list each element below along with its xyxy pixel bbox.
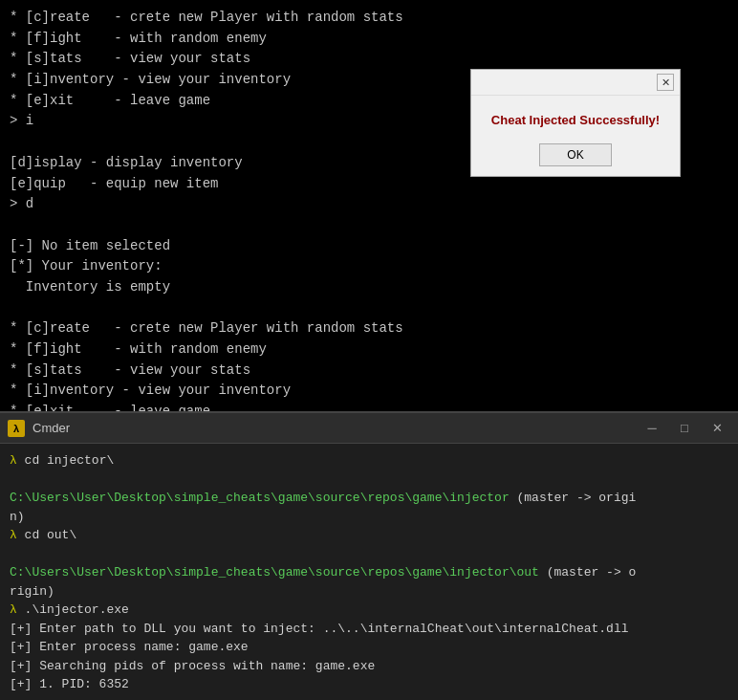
cheat-dialog: ✕ Cheat Injected Successfully! OK	[470, 69, 681, 177]
cmder-line-8: [+] Searching pids of process with name:…	[10, 657, 728, 676]
game-line-3: * [s]tats - view your stats	[10, 49, 728, 70]
game-line-15: * [s]tats - view your stats	[10, 361, 728, 382]
dialog-ok-button[interactable]: OK	[539, 143, 611, 166]
cmder-line-4b: rigin)	[10, 582, 728, 602]
cmder-icon: λ	[8, 420, 25, 437]
cmder-title-label: Cmder	[33, 421, 639, 435]
cmder-line-2: C:\Users\User\Desktop\simple_cheats\game…	[10, 489, 728, 508]
game-line-blank2	[10, 215, 728, 236]
cmder-line-4: C:\Users\User\Desktop\simple_cheats\game…	[10, 563, 728, 582]
cmder-line-5: λ .\injector.exe	[10, 601, 728, 620]
game-line-11: [*] Your inventory:	[10, 256, 728, 277]
cmder-close-button[interactable]: ✕	[704, 419, 730, 438]
cmder-line-blank2	[10, 545, 728, 564]
dialog-close-button[interactable]: ✕	[657, 74, 674, 91]
dialog-body: Cheat Injected Successfully! OK	[471, 96, 680, 176]
cmder-line-2b: n)	[10, 508, 728, 527]
game-line-1: * [c]reate - crete new Player with rando…	[10, 8, 728, 29]
game-terminal: * [c]reate - crete new Player with rando…	[0, 0, 738, 411]
dialog-titlebar: ✕	[471, 70, 680, 96]
game-line-16: * [i]nventory - view your inventory	[10, 381, 728, 402]
game-line-13: * [c]reate - crete new Player with rando…	[10, 318, 728, 339]
cmder-maximize-button[interactable]: □	[671, 419, 698, 438]
game-line-14: * [f]ight - with random enemy	[10, 339, 728, 361]
cmder-line-6: [+] Enter path to DLL you want to inject…	[10, 620, 728, 639]
cmder-line-blank	[10, 470, 728, 490]
cmder-line-1: λ cd injector\	[10, 451, 728, 470]
game-line-10: [-] No item selected	[10, 236, 728, 257]
cmder-window: λ Cmder ─ □ ✕ λ cd injector\ C:\Users\Us…	[0, 411, 738, 700]
cmder-minimize-button[interactable]: ─	[639, 419, 665, 438]
game-line-blank3	[10, 298, 728, 319]
game-line-2: * [f]ight - with random enemy	[10, 29, 728, 50]
cmder-line-9: [+] 1. PID: 6352	[10, 675, 728, 694]
game-line-9: > d	[10, 194, 728, 215]
game-line-12: Inventory is empty	[10, 277, 728, 298]
game-line-17: * [e]xit - leave game	[10, 402, 728, 411]
cmder-line-7: [+] Enter process name: game.exe	[10, 638, 728, 657]
cmder-window-controls: ─ □ ✕	[639, 419, 730, 438]
cmder-content: λ cd injector\ C:\Users\User\Desktop\sim…	[0, 444, 738, 700]
cmder-titlebar: λ Cmder ─ □ ✕	[0, 413, 738, 444]
dialog-message: Cheat Injected Successfully!	[485, 111, 666, 130]
cmder-line-3: λ cd out\	[10, 526, 728, 545]
